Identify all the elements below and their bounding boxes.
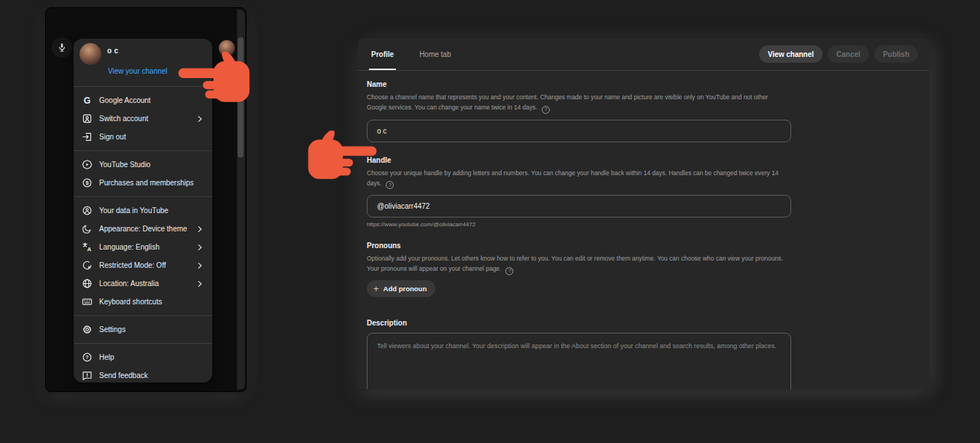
channel-customization-panel: Profile Home tab View channel Cancel Pub…: [357, 38, 930, 389]
youtube-studio-icon: [81, 159, 93, 171]
menu-item-keyboard-shortcuts[interactable]: Keyboard shortcuts: [74, 293, 212, 311]
menu-section-preferences: Your data in YouTube Appearance: Device …: [74, 197, 212, 315]
svg-text:?: ?: [85, 355, 88, 360]
menu-section-settings: Settings: [74, 316, 212, 343]
pronouns-help-text: Optionally add your pronouns. Let others…: [367, 253, 788, 275]
appearance-icon: [81, 223, 93, 235]
purchases-icon: $: [81, 177, 93, 189]
screen: { "theme": { "page_bg": "#1e1e1e", "pane…: [0, 0, 980, 443]
menu-item-appearance[interactable]: Appearance: Device theme: [74, 220, 212, 238]
view-channel-button[interactable]: View channel: [759, 45, 822, 63]
svg-text:$: $: [85, 180, 89, 186]
tab-profile[interactable]: Profile: [369, 38, 396, 70]
google-icon: G: [81, 95, 93, 107]
customization-header: Profile Home tab View channel Cancel Pub…: [357, 38, 930, 71]
view-your-channel-link[interactable]: View your channel: [108, 67, 168, 75]
chevron-right-icon: [196, 244, 203, 251]
feedback-icon: [81, 370, 93, 382]
pointing-hand-left-icon: [177, 52, 253, 106]
pronouns-help-icon[interactable]: ?: [505, 267, 513, 275]
switch-account-icon: [81, 113, 93, 125]
menu-section-studio: YouTube Studio $ Purchases and membershi…: [74, 151, 212, 196]
cancel-button[interactable]: Cancel: [828, 45, 869, 63]
menu-item-help[interactable]: ? Help: [74, 348, 212, 366]
svg-text:G: G: [83, 96, 90, 106]
name-help-icon[interactable]: ?: [542, 106, 550, 114]
publish-button[interactable]: Publish: [874, 45, 918, 63]
menu-item-send-feedback[interactable]: Send feedback: [74, 366, 212, 382]
microphone-icon: [57, 42, 67, 53]
menu-section-help: ? Help Send feedback: [74, 344, 212, 382]
sign-out-icon: [81, 131, 93, 143]
profile-form: Name Choose a channel name that represen…: [357, 71, 930, 389]
restricted-mode-icon: [81, 260, 93, 271]
name-section-label: Name: [367, 80, 919, 88]
handle-input[interactable]: [367, 195, 791, 217]
handle-url: https://www.youtube.com/@oliviacarr4472: [367, 221, 919, 228]
menu-item-location[interactable]: Location: Australia: [74, 274, 212, 293]
header-actions: View channel Cancel Publish: [759, 38, 918, 70]
menu-item-sign-out[interactable]: Sign out: [74, 128, 212, 146]
location-globe-icon: [81, 278, 93, 290]
add-pronoun-button[interactable]: + Add pronoun: [367, 280, 435, 297]
plus-icon: +: [373, 284, 379, 293]
handle-help-icon[interactable]: ?: [386, 181, 394, 189]
menu-item-youtube-studio[interactable]: YouTube Studio: [74, 155, 212, 174]
menu-item-restricted-mode[interactable]: Restricted Mode: Off: [74, 256, 212, 274]
menu-item-purchases[interactable]: $ Purchases and memberships: [74, 174, 212, 192]
chevron-right-icon: [196, 262, 203, 269]
handle-help-text: Choose your unique handle by adding lett…: [367, 168, 788, 190]
pointing-hand-right-icon: [305, 131, 378, 183]
account-avatar[interactable]: [79, 43, 101, 65]
name-help-text: Choose a channel name that represents yo…: [367, 92, 788, 114]
menu-item-language[interactable]: A Language: English: [74, 238, 212, 256]
chevron-right-icon: [196, 280, 203, 288]
channel-name-input[interactable]: [367, 120, 791, 142]
tab-home-tab[interactable]: Home tab: [417, 38, 453, 70]
account-name: o c: [107, 47, 118, 55]
description-textarea[interactable]: [367, 333, 791, 390]
svg-text:A: A: [87, 246, 91, 253]
language-icon: A: [81, 242, 93, 253]
menu-item-settings[interactable]: Settings: [74, 320, 212, 339]
your-data-icon: [81, 205, 93, 217]
help-icon: ?: [81, 352, 93, 363]
chevron-right-icon: [196, 226, 203, 233]
menu-item-switch-account[interactable]: Switch account: [74, 109, 212, 128]
handle-section-label: Handle: [367, 156, 919, 164]
mic-button[interactable]: [52, 37, 72, 58]
keyboard-icon: [81, 296, 93, 308]
chevron-right-icon: [196, 115, 203, 123]
settings-gear-icon: [81, 324, 93, 336]
description-section-label: Description: [367, 319, 919, 327]
pronouns-section-label: Pronouns: [367, 242, 919, 250]
menu-item-your-data[interactable]: Your data in YouTube: [74, 201, 212, 220]
